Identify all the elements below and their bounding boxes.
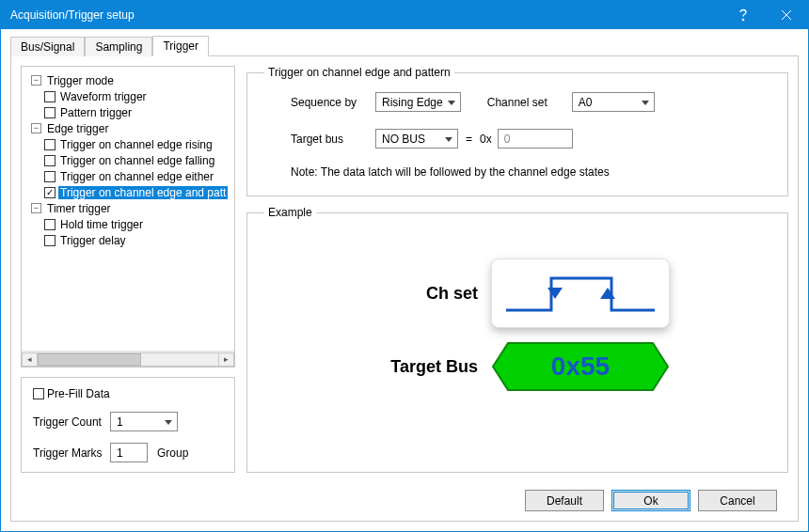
example-chset-label: Ch set xyxy=(365,284,478,304)
channel-set-label: Channel set xyxy=(487,96,572,109)
tree-node-waveform-trigger[interactable]: Waveform trigger xyxy=(44,88,234,104)
tree-node-edge-trigger[interactable]: − Edge trigger xyxy=(31,120,234,136)
tree-label: Trigger on channel edge and patt xyxy=(58,186,228,199)
checkbox[interactable] xyxy=(44,107,56,118)
tree-node-trigger-mode[interactable]: − Trigger mode xyxy=(31,72,234,88)
scroll-track[interactable] xyxy=(38,352,218,367)
titlebar: Acquisition/Trigger setup xyxy=(1,1,808,29)
target-bus-hex-icon: 0x55 xyxy=(491,341,670,392)
trigger-count-combo[interactable]: 1 xyxy=(110,412,178,431)
tree-node-edge-either[interactable]: Trigger on channel edge either xyxy=(44,168,234,184)
chset-waveform-icon xyxy=(491,258,670,328)
tree-label: Trigger on channel edge rising xyxy=(58,138,214,151)
example-target-label: Target Bus xyxy=(365,357,478,377)
tree-label: Trigger delay xyxy=(58,234,128,247)
tree-node-edge-rising[interactable]: Trigger on channel edge rising xyxy=(44,136,234,152)
target-bus-row: Target bus NO BUS = 0x 0 xyxy=(291,129,770,149)
expander-icon[interactable]: − xyxy=(31,75,41,86)
checkbox[interactable] xyxy=(44,155,56,166)
right-column: Trigger on channel edge and pattern Sequ… xyxy=(246,66,788,473)
default-button[interactable]: Default xyxy=(525,490,604,511)
trigger-marks-row: Trigger Marks 1 Group xyxy=(33,443,225,462)
channel-set-combo[interactable]: A0 xyxy=(572,92,655,112)
tree-node-edge-and-pattern[interactable]: Trigger on channel edge and patt xyxy=(44,184,234,200)
trigger-marks-label: Trigger Marks xyxy=(33,446,110,460)
tree-node-edge-falling[interactable]: Trigger on channel edge falling xyxy=(44,152,234,168)
target-bus-label: Target bus xyxy=(291,133,375,146)
equals-sign: = xyxy=(466,133,472,146)
main-row: − Trigger mode Waveform trigger xyxy=(21,66,788,473)
tree-label: Trigger on channel edge either xyxy=(58,170,215,183)
tree-node-trigger-delay[interactable]: Trigger delay xyxy=(44,232,234,248)
tree-label: Pattern trigger xyxy=(58,106,134,119)
prefill-label: Pre-Fill Data xyxy=(47,387,110,400)
scroll-left-button[interactable]: ◂ xyxy=(22,352,38,367)
trigger-marks-input[interactable]: 1 xyxy=(110,443,148,462)
sequence-by-combo[interactable]: Rising Edge xyxy=(375,92,461,112)
tree-label: Timer trigger xyxy=(45,202,113,215)
example-group: Example Ch set xyxy=(246,206,788,473)
checkbox[interactable] xyxy=(44,187,56,198)
tree-label: Hold time trigger xyxy=(58,218,145,231)
settings-note: Note: The data latch will be followed by… xyxy=(291,165,770,179)
checkbox[interactable] xyxy=(44,91,56,102)
trigger-marks-suffix: Group xyxy=(157,446,188,460)
checkbox[interactable] xyxy=(44,171,56,182)
svg-point-0 xyxy=(742,19,744,21)
trigger-count-row: Trigger Count 1 xyxy=(33,412,225,431)
example-legend: Example xyxy=(264,206,316,219)
dialog-window: Acquisition/Trigger setup Bus/Signal Sam… xyxy=(0,0,809,532)
tab-panel-trigger: − Trigger mode Waveform trigger xyxy=(10,55,799,522)
help-button[interactable] xyxy=(722,1,765,29)
example-body: Ch set Target Bus xyxy=(264,232,770,411)
tree-label: Trigger on channel edge falling xyxy=(58,154,216,167)
target-bus-combo[interactable]: NO BUS xyxy=(375,129,458,149)
dialog-footer: Default Ok Cancel xyxy=(21,482,788,511)
ok-button[interactable]: Ok xyxy=(611,490,690,511)
prefill-checkbox[interactable] xyxy=(33,388,44,399)
tab-strip: Bus/Signal Sampling Trigger xyxy=(10,35,799,55)
checkbox[interactable] xyxy=(44,235,56,246)
tree-node-pattern-trigger[interactable]: Pattern trigger xyxy=(44,104,234,120)
trigger-tree-box: − Trigger mode Waveform trigger xyxy=(21,66,235,368)
tree-label: Trigger mode xyxy=(45,74,116,87)
left-column: − Trigger mode Waveform trigger xyxy=(21,66,235,473)
tab-trigger[interactable]: Trigger xyxy=(152,36,209,56)
prefill-row: Pre-Fill Data xyxy=(33,387,225,400)
sequence-by-label: Sequence by xyxy=(291,96,375,109)
tree-node-timer-trigger[interactable]: − Timer trigger xyxy=(31,200,234,216)
svg-marker-4 xyxy=(600,288,615,299)
target-bus-hex-value: 0x55 xyxy=(551,352,610,382)
hex-prefix: 0x xyxy=(480,133,492,146)
hex-value-input[interactable]: 0 xyxy=(498,129,573,149)
scroll-right-button[interactable]: ▸ xyxy=(218,352,234,367)
sequence-row: Sequence by Rising Edge Channel set A0 xyxy=(291,92,770,112)
svg-marker-3 xyxy=(547,288,563,299)
trigger-tree[interactable]: − Trigger mode Waveform trigger xyxy=(22,72,234,351)
checkbox[interactable] xyxy=(44,139,56,150)
tab-bus-signal[interactable]: Bus/Signal xyxy=(10,37,85,56)
tree-h-scrollbar[interactable]: ◂ ▸ xyxy=(22,351,234,367)
scroll-thumb[interactable] xyxy=(38,353,141,366)
settings-legend: Trigger on channel edge and pattern xyxy=(264,66,454,79)
options-box: Pre-Fill Data Trigger Count 1 Trigger Ma… xyxy=(21,377,235,473)
trigger-count-label: Trigger Count xyxy=(33,415,110,429)
tree-label: Edge trigger xyxy=(45,122,110,135)
expander-icon[interactable]: − xyxy=(31,203,41,213)
dialog-body: Bus/Signal Sampling Trigger − Trigge xyxy=(1,29,808,531)
window-title: Acquisition/Trigger setup xyxy=(10,8,722,22)
expander-icon[interactable]: − xyxy=(31,123,41,133)
tab-sampling[interactable]: Sampling xyxy=(85,37,152,56)
example-target-row: Target Bus 0x55 xyxy=(365,341,670,392)
tree-label: Waveform trigger xyxy=(58,90,149,103)
checkbox[interactable] xyxy=(44,219,56,230)
tree-node-hold-time[interactable]: Hold time trigger xyxy=(44,216,234,232)
settings-group: Trigger on channel edge and pattern Sequ… xyxy=(246,66,788,196)
cancel-button[interactable]: Cancel xyxy=(698,490,777,511)
example-chset-row: Ch set xyxy=(365,258,670,328)
close-button[interactable] xyxy=(765,1,808,29)
